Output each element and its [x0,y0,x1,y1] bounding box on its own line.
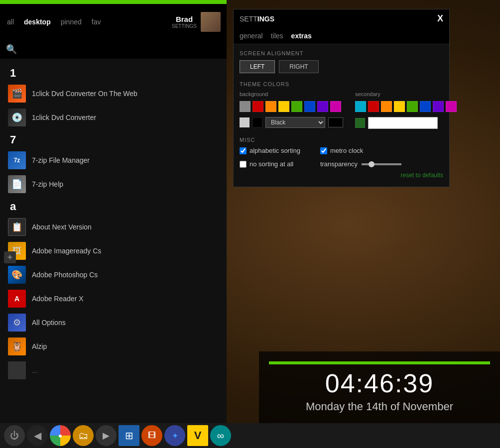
color-swatch[interactable] [317,101,328,112]
back-button[interactable]: ◀ [27,425,48,446]
v-button[interactable]: V [187,425,208,446]
transparency-slider[interactable] [362,163,401,165]
sec-colors-label: secondary [355,91,457,97]
app-list: 1 🎬 1click Dvd Converter On The Web 💿 1c… [0,59,227,441]
sec-color-swatch[interactable] [355,118,365,128]
app-name-7zip: 7-zip File Manager [32,156,90,164]
color-swatch[interactable] [368,101,379,112]
play-button[interactable]: ▶ [96,425,117,446]
list-item[interactable]: 🎬 1click Dvd Converter On The Web [0,82,227,106]
list-item[interactable]: 🖼 Adobe Imageready Cs [0,239,227,263]
colors-grid: background Black White [240,91,443,129]
tab-general[interactable]: general [240,31,263,41]
list-item[interactable]: ⚙ All Options [0,311,227,335]
tab-desktop[interactable]: desktop [23,16,52,28]
list-item[interactable]: 📋 About Next Version [0,215,227,239]
alphabetic-sorting-checkbox[interactable] [240,147,247,154]
color-swatch[interactable] [407,101,418,112]
color-swatch[interactable] [330,101,341,112]
color-swatch-black[interactable] [252,117,262,127]
sec-colors-col: secondary [355,91,457,129]
app-name-alloptions: All Options [32,319,66,327]
color-swatch[interactable] [304,101,315,112]
settings-tabs: general tiles extras [234,28,449,44]
sec-colors-row [355,101,457,112]
alphabetic-sorting-label: alphabetic sorting [250,147,300,154]
list-item[interactable]: 💿 1click Dvd Converter [0,106,227,129]
color-swatch[interactable] [291,101,302,112]
settings-header: SETT INGS X [234,9,449,28]
windows-button[interactable]: ⊞ [119,425,139,446]
chrome-button[interactable]: ● [50,425,71,446]
color-swatch[interactable] [381,101,392,112]
color-preview [328,117,343,127]
app-name-dvd-web: 1click Dvd Converter On The Web [32,90,137,98]
align-right-button[interactable]: RIGHT [279,60,318,73]
misc-row: alphabetic sorting no sorting at all met… [240,147,443,168]
color-dropdown-row: Black White Gray [240,117,343,128]
color-swatch[interactable] [252,101,263,112]
avatar-image [201,12,221,32]
power-button[interactable]: ⏻ [4,425,25,446]
app-icon-alzip: 🦉 [8,337,26,355]
tab-tiles[interactable]: tiles [271,31,283,41]
arduino-button[interactable]: ∞ [210,425,231,446]
transparency-label: transparency [320,160,358,168]
screen-alignment-title: SCREEN ALIGNMENT [240,50,443,56]
color-swatch[interactable] [433,101,444,112]
color-swatch[interactable] [446,101,457,112]
left-panel: all desktop pinned fav Brad SETTINGS 🔍 1… [0,0,227,426]
tab-pinned[interactable]: pinned [60,16,83,28]
color-dropdown[interactable]: Black White Gray [265,117,325,128]
search-button[interactable]: 🔍 [6,44,17,55]
avatar [201,12,221,32]
app-name-reader: Adobe Reader X [32,295,84,303]
media-button[interactable]: 🎞 [141,425,162,446]
settings-panel: SETT INGS X general tiles extras SCREEN … [233,9,450,187]
section-letter-7: 7 [0,129,227,148]
bg-colors-row [240,101,343,112]
color-swatch[interactable] [278,101,289,112]
list-item[interactable]: ... [0,358,227,382]
app-icon-dvd2: 💿 [8,109,26,126]
align-left-button[interactable]: LEFT [240,60,275,73]
alphabetic-sorting-row[interactable]: alphabetic sorting [240,147,300,154]
add-button[interactable]: + [4,251,16,263]
close-button[interactable]: X [437,13,443,24]
no-sorting-checkbox[interactable] [240,161,247,168]
list-item[interactable]: A Adobe Reader X [0,287,227,311]
top-green-bar [0,0,227,4]
tab-fav[interactable]: fav [91,16,102,28]
metro-clock-row[interactable]: metro clock [320,147,401,154]
alignment-row: LEFT RIGHT [240,60,443,73]
list-item[interactable]: 🎨 Adobe Photoshop Cs [0,263,227,287]
color-swatch[interactable] [420,101,431,112]
app-name-more: ... [32,366,38,374]
no-sorting-row[interactable]: no sorting at all [240,160,300,168]
folder-button[interactable]: 🗂 [73,425,94,446]
nav-tabs: all desktop pinned fav [6,16,172,28]
settings-title: SETT INGS [240,15,274,23]
metro-clock-checkbox[interactable] [320,147,327,154]
sec-color-dropdown-row [355,117,457,129]
clock-panel: 04:46:39 Monday the 14th of November [259,351,500,423]
color-swatch[interactable] [265,101,276,112]
app-icon-reader: A [8,290,26,308]
settings-suffix: INGS [257,15,274,23]
taskbar: ⏻ ◀ ● 🗂 ▶ ⊞ 🎞 ✦ V ∞ [0,423,500,448]
secondary-color-input[interactable] [368,117,438,129]
list-item[interactable]: 7z 7-zip File Manager [0,148,227,172]
tab-all[interactable]: all [6,16,15,28]
user-name: Brad [176,15,193,23]
tab-extras[interactable]: extras [291,31,312,41]
color-swatch[interactable] [240,101,250,112]
app-name-dvd2: 1click Dvd Converter [32,113,96,121]
winged-button[interactable]: ✦ [164,425,185,446]
color-swatch[interactable] [355,101,366,112]
list-item[interactable]: 🦉 Alzip [0,335,227,358]
color-swatch-small[interactable] [240,117,250,127]
reset-link[interactable]: reset to defaults [240,168,443,181]
color-swatch[interactable] [394,101,405,112]
list-item[interactable]: 📄 7-zip Help [0,172,227,196]
user-section: Brad SETTINGS [172,15,197,29]
